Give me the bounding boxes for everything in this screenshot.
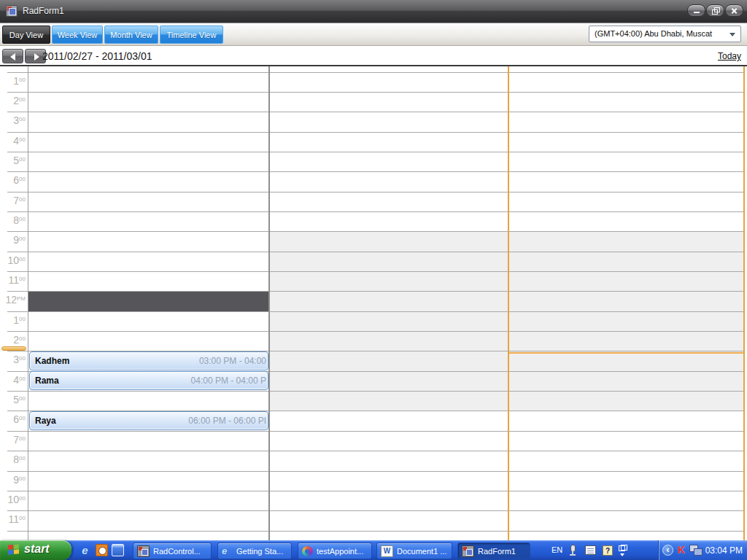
- hour-label: 800: [0, 214, 27, 227]
- hide-icons-chevron[interactable]: ‹: [662, 545, 673, 556]
- hour-gridline: [7, 92, 743, 93]
- quicklaunch-window-app-icon[interactable]: [112, 544, 124, 556]
- taskbar-task-radform1[interactable]: RadForm1: [457, 542, 530, 559]
- app-window-icon: [6, 5, 18, 17]
- hour-gridline: [7, 171, 743, 172]
- appointment-title: Rama: [35, 376, 59, 386]
- kaspersky-tray-icon[interactable]: K: [678, 544, 685, 556]
- appointment-rama[interactable]: Rama 04:00 PM - 04:00 P: [29, 371, 268, 390]
- hour-gridline: [7, 491, 743, 491]
- taskbar-task-document1[interactable]: W Document1 ...: [376, 542, 452, 559]
- scheduler-grid[interactable]: 1002003004005006007008009001000110012PM1…: [0, 66, 747, 540]
- help-icon[interactable]: ?: [603, 545, 613, 556]
- hour-gridline: [7, 112, 743, 112]
- close-button[interactable]: [725, 4, 743, 17]
- today-column-left-border: [508, 66, 509, 540]
- language-bar-restore-icon[interactable]: [619, 545, 627, 551]
- hour-label: 900: [0, 473, 27, 486]
- hour-gridline: [7, 152, 743, 152]
- hour-label: 800: [0, 453, 27, 466]
- hour-label: 300: [0, 353, 27, 366]
- date-navigation-bar: 2011/02/27 - 2011/03/01 Today: [0, 46, 747, 66]
- taskbar: start e RadControl... e Getting Sta... t…: [0, 540, 747, 560]
- taskbar-task-getting-started[interactable]: e Getting Sta...: [217, 542, 292, 559]
- hour-label: 1000: [0, 493, 27, 506]
- offhours-shade-day2: [270, 231, 508, 411]
- windows-logo-icon: [8, 544, 20, 556]
- hour-label: 400: [0, 373, 27, 386]
- start-label: start: [24, 542, 50, 556]
- chevron-down-icon: [620, 553, 624, 556]
- tab-day-view[interactable]: Day View: [2, 26, 50, 44]
- internet-explorer-icon: e: [222, 546, 233, 556]
- hour-gridline: [7, 211, 743, 212]
- hour-gridline: [7, 431, 743, 432]
- taskbar-task-radcontrol[interactable]: RadControl...: [133, 542, 212, 559]
- window-title: RadForm1: [23, 6, 64, 16]
- microphone-icon[interactable]: [570, 545, 576, 556]
- hour-label: 1100: [0, 513, 27, 526]
- form-icon: [462, 545, 474, 557]
- hour-gridline: [7, 451, 743, 451]
- day-column-separator: [268, 66, 270, 540]
- minimize-icon: [694, 12, 700, 13]
- hour-gridline: [7, 231, 743, 232]
- appointment-title: Kadhem: [35, 356, 69, 366]
- restore-button[interactable]: [706, 4, 724, 17]
- previous-date-button[interactable]: [2, 49, 23, 63]
- hour-gridline: [7, 510, 743, 511]
- arrow-left-icon: [10, 53, 15, 61]
- word-document-icon: W: [381, 545, 393, 557]
- window-titlebar: RadForm1: [0, 0, 747, 23]
- start-button[interactable]: start: [0, 540, 71, 560]
- current-time-ruler-marker: [1, 346, 26, 351]
- appointment-time: 06:00 PM - 06:00 PI: [188, 416, 266, 426]
- date-range-label: 2011/02/27 - 2011/03/01: [42, 50, 152, 62]
- taskbar-clock: 03:04 PM: [705, 545, 743, 556]
- appointment-raya[interactable]: Raya 06:00 PM - 06:00 PI: [29, 411, 268, 430]
- network-tray-icon[interactable]: [689, 545, 703, 556]
- hour-label: 100: [0, 74, 27, 88]
- tab-timeline-view[interactable]: Timeline View: [160, 26, 223, 44]
- appointment-time: 03:00 PM - 04:00: [199, 356, 266, 366]
- view-toolbar: Day View Week View Month View Timeline V…: [0, 23, 747, 46]
- hour-gridline: [7, 471, 743, 472]
- hour-gridline: [7, 531, 743, 532]
- selected-time-slot[interactable]: [28, 292, 268, 311]
- arrow-right-icon: [34, 53, 39, 61]
- tab-month-view[interactable]: Month View: [104, 26, 158, 44]
- offhours-shade-day3: [509, 231, 743, 411]
- hour-label: 100: [0, 314, 27, 327]
- minimize-button[interactable]: [687, 4, 705, 17]
- chevron-down-icon: [729, 33, 735, 36]
- hour-gridline: [7, 132, 743, 133]
- system-tray: ‹ K 03:04 PM: [658, 540, 747, 560]
- taskbar-task-testappointment[interactable]: testAppoint...: [298, 542, 372, 559]
- hour-gridline: [7, 192, 743, 192]
- quicklaunch-clock-app-icon[interactable]: [96, 544, 108, 556]
- hour-label: 700: [0, 433, 27, 446]
- hour-label: 700: [0, 194, 27, 207]
- appointment-kadhem[interactable]: Kadhem 03:00 PM - 04:00: [29, 351, 268, 370]
- language-indicator[interactable]: EN: [551, 545, 562, 554]
- current-time-line: [509, 352, 743, 354]
- handwriting-pad-icon[interactable]: [585, 545, 596, 555]
- hour-label: 200: [0, 94, 27, 107]
- quicklaunch-internet-explorer-icon[interactable]: e: [79, 544, 91, 556]
- today-link[interactable]: Today: [718, 51, 741, 61]
- hour-gridline: [7, 331, 743, 332]
- hour-gridline: [7, 391, 743, 392]
- hour-label: 500: [0, 154, 27, 167]
- hour-gridline: [7, 252, 743, 252]
- today-column-right-border: [743, 66, 745, 540]
- timezone-value: (GMT+04:00) Abu Dhabi, Muscat: [595, 29, 712, 38]
- appointment-time: 04:00 PM - 04:00 P: [191, 376, 266, 386]
- hour-label: 1000: [0, 254, 27, 267]
- hour-gridline: [7, 271, 743, 272]
- hour-label: 900: [0, 233, 27, 246]
- timezone-dropdown[interactable]: (GMT+04:00) Abu Dhabi, Muscat: [589, 26, 741, 42]
- hour-label: 300: [0, 114, 27, 127]
- tab-week-view[interactable]: Week View: [52, 26, 103, 44]
- hour-gridline: [7, 72, 743, 73]
- hour-label: 200: [0, 333, 27, 346]
